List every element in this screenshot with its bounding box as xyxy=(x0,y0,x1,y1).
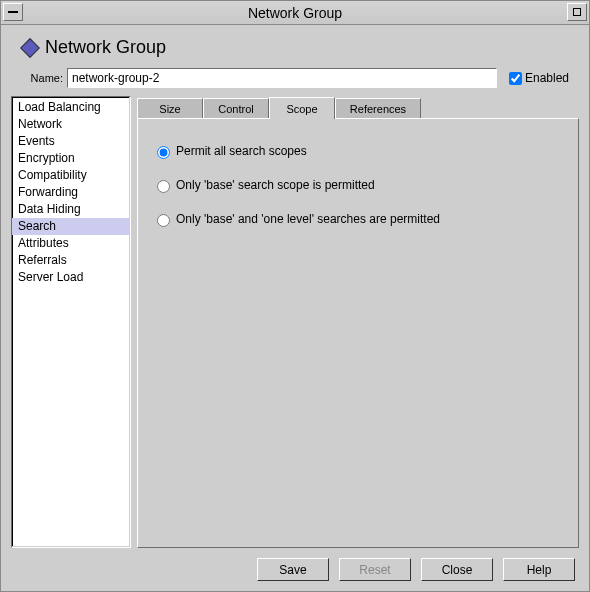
network-group-icon xyxy=(20,38,40,58)
category-item-compatibility[interactable]: Compatibility xyxy=(12,167,130,184)
scope-label-0: Permit all search scopes xyxy=(176,144,307,158)
scope-label-1: Only 'base' search scope is permitted xyxy=(176,178,375,192)
dialog-header: Network Group xyxy=(1,25,589,64)
scope-label-2: Only 'base' and 'one level' searches are… xyxy=(176,212,440,226)
category-list[interactable]: Load Balancing Network Events Encryption… xyxy=(11,96,131,548)
category-item-attributes[interactable]: Attributes xyxy=(12,235,130,252)
maximize-button[interactable] xyxy=(567,3,587,21)
category-item-server-load[interactable]: Server Load xyxy=(12,269,130,286)
tab-scope[interactable]: Scope xyxy=(269,97,335,119)
scope-radio-1[interactable] xyxy=(157,180,170,193)
category-item-load-balancing[interactable]: Load Balancing xyxy=(12,99,130,116)
save-button[interactable]: Save xyxy=(257,558,329,581)
enabled-checkbox[interactable] xyxy=(509,72,522,85)
category-item-events[interactable]: Events xyxy=(12,133,130,150)
close-button[interactable]: Close xyxy=(421,558,493,581)
scope-option-base-only[interactable]: Only 'base' search scope is permitted xyxy=(152,177,564,193)
name-input[interactable] xyxy=(67,68,497,88)
tab-control[interactable]: Control xyxy=(203,98,269,118)
category-item-network[interactable]: Network xyxy=(12,116,130,133)
category-item-referrals[interactable]: Referrals xyxy=(12,252,130,269)
category-item-data-hiding[interactable]: Data Hiding xyxy=(12,201,130,218)
reset-button[interactable]: Reset xyxy=(339,558,411,581)
scope-radio-0[interactable] xyxy=(157,146,170,159)
category-item-encryption[interactable]: Encryption xyxy=(12,150,130,167)
name-label: Name: xyxy=(21,72,63,84)
tab-bar: Size Control Scope References xyxy=(137,96,579,118)
system-menu-button[interactable] xyxy=(3,3,23,21)
right-pane: Size Control Scope References Permit all… xyxy=(137,96,579,548)
dialog-body: Network Group Name: Enabled Load Balanci… xyxy=(1,25,589,591)
tab-references[interactable]: References xyxy=(335,98,421,118)
button-bar: Save Reset Close Help xyxy=(1,552,589,591)
scope-radio-2[interactable] xyxy=(157,214,170,227)
help-button[interactable]: Help xyxy=(503,558,575,581)
window: Network Group Network Group Name: Enable… xyxy=(0,0,590,592)
tab-size[interactable]: Size xyxy=(137,98,203,118)
window-title: Network Group xyxy=(248,5,342,21)
main-area: Load Balancing Network Events Encryption… xyxy=(1,96,589,552)
category-item-search[interactable]: Search xyxy=(12,218,130,235)
titlebar: Network Group xyxy=(1,1,589,25)
name-row: Name: Enabled xyxy=(1,64,589,96)
scope-option-permit-all[interactable]: Permit all search scopes xyxy=(152,143,564,159)
tab-content-scope: Permit all search scopes Only 'base' sea… xyxy=(137,118,579,548)
page-title: Network Group xyxy=(45,37,166,58)
category-item-forwarding[interactable]: Forwarding xyxy=(12,184,130,201)
scope-option-base-onelevel[interactable]: Only 'base' and 'one level' searches are… xyxy=(152,211,564,227)
enabled-checkbox-wrap: Enabled xyxy=(505,69,569,88)
enabled-label: Enabled xyxy=(525,71,569,85)
